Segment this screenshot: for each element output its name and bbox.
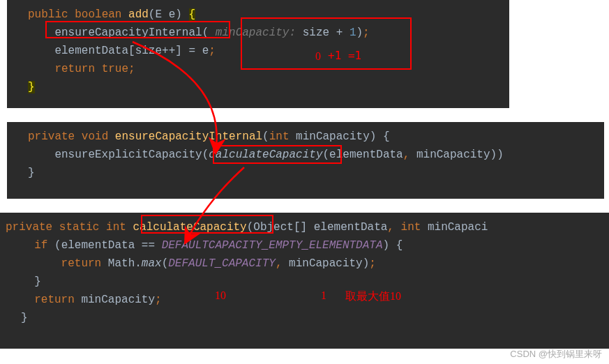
code-line: }: [0, 273, 609, 291]
code-line: public boolean add(E e) {: [7, 6, 509, 24]
code-block-calculateCapacity: private static int calculateCapacity(Obj…: [0, 213, 609, 349]
code-line: return true;: [7, 60, 509, 78]
code-line: }: [7, 164, 604, 182]
code-line: private static int calculateCapacity(Obj…: [0, 218, 609, 236]
code-line: ensureExplicitCapacity(calculateCapacity…: [7, 146, 604, 164]
code-block-ensureCapacityInternal: private void ensureCapacityInternal(int …: [7, 122, 604, 199]
code-line: if (elementData == DEFAULTCAPACITY_EMPTY…: [0, 236, 609, 255]
code-line: }: [7, 78, 509, 96]
code-line: ensureCapacityInternal( minCapacity: siz…: [7, 24, 509, 42]
watermark: CSDN @快到锅里来呀: [510, 348, 602, 361]
code-line: }: [0, 309, 609, 327]
code-block-add: public boolean add(E e) { ensureCapacity…: [7, 0, 509, 108]
code-line: return minCapacity;: [0, 291, 609, 309]
code-line: private void ensureCapacityInternal(int …: [7, 128, 604, 146]
code-line: return Math.max(DEFAULT_CAPACITY, minCap…: [0, 255, 609, 273]
code-line: elementData[size++] = e;: [7, 42, 509, 60]
